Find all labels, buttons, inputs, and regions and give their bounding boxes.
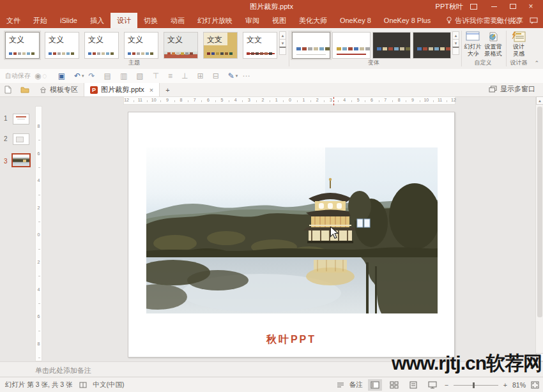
zoom-level[interactable]: 81% [512,381,526,389]
slide-2-thumbnail[interactable] [13,133,29,145]
theme-thumbnail[interactable]: 文义 [45,32,79,59]
notes-icon [337,382,344,389]
slide-sorter-view-button[interactable] [387,379,401,391]
undo-icon[interactable]: ↶ [74,72,80,80]
vertical-scrollbar[interactable]: ▴ ▾ [535,96,543,361]
share-button[interactable]: 共享 [509,16,523,26]
distribute-v-icon[interactable]: ⊟ [213,72,219,80]
autosave-label: 自动保存 [5,72,31,80]
collapse-ribbon-icon[interactable]: ⌃ [534,60,539,66]
account-name: PPT秋叶 [436,2,463,11]
slideshow-view-button[interactable] [425,379,440,391]
zoom-slider-handle[interactable] [473,382,475,388]
open-folder-icon[interactable] [16,83,34,96]
slide-canvas[interactable]: 秋叶PPT [128,112,455,358]
temple-photo-image[interactable] [146,147,438,313]
group-label-designer: 设计器 [500,59,538,67]
align-left-icon[interactable]: ▤ [104,72,111,80]
tab-animations[interactable]: 动画 [164,13,191,28]
tab-current-file[interactable]: P 图片裁剪.pptx × [84,83,160,96]
restore-button[interactable] [505,0,521,13]
redo-icon[interactable]: ↷ [89,72,95,80]
tab-transitions[interactable]: 切换 [137,13,164,28]
format-background-icon [487,31,500,42]
normal-view-button[interactable] [368,379,382,391]
ruler-horizontal[interactable]: 1211109876543210123456789101112 [123,96,455,105]
tab-review[interactable]: 审阅 [239,13,266,28]
language-label[interactable]: 中文(中国) [93,381,125,389]
align-middle-icon[interactable]: ≡ [168,72,172,80]
align-top-icon[interactable]: ⊤ [153,72,159,80]
theme-thumbnail[interactable]: 文义 [124,32,158,59]
design-ideas-button[interactable]: 设计 灵感 [509,31,529,57]
save-icon[interactable]: ▣ [58,72,65,80]
variant-thumbnail[interactable] [332,32,371,59]
group-label-customize: 自定义 [464,59,502,67]
tab-insert[interactable]: 插入 [84,13,111,28]
home-icon [40,86,47,93]
tab-template-zone[interactable]: 模板专区 [34,83,84,96]
group-label-variants: 变体 [345,59,402,67]
variant-thumbnail[interactable] [413,32,451,59]
menu-right-area: 共享 [495,13,538,28]
show-multi-window-button[interactable]: 显示多窗口 [489,84,535,94]
zoom-in-button[interactable]: + [503,381,507,389]
ruler-vertical[interactable]: 864202468 [35,106,42,361]
slide-1-thumbnail[interactable] [13,114,29,124]
slide-size-button[interactable]: 幻灯片 大小▾ [463,31,483,57]
gallery-more-icon[interactable] [279,47,286,55]
spellcheck-icon[interactable] [79,381,87,389]
slide-number: 1 [4,115,8,122]
ppt-file-icon: P [90,86,98,94]
tab-onekey8plus[interactable]: OneKey 8 Plus [378,13,437,28]
multi-window-icon [489,86,497,93]
align-center-icon[interactable]: ▥ [120,72,127,80]
scrollbar-thumb[interactable] [537,107,542,317]
gallery-more-icon[interactable] [452,47,459,55]
close-button[interactable]: × [523,0,539,13]
align-bottom-icon[interactable]: ⊥ [181,72,188,80]
slide-number: 2 [4,135,8,142]
tab-home[interactable]: 开始 [27,13,54,28]
tab-file[interactable]: 文件 [0,13,27,28]
zoom-out-button[interactable]: − [445,381,448,389]
tab-view[interactable]: 视图 [266,13,293,28]
tab-design[interactable]: 设计 [111,13,137,28]
format-painter-icon[interactable]: ✎ [228,72,234,80]
variant-thumbnail-current[interactable] [292,32,330,59]
reading-view-button[interactable] [406,379,420,391]
slide-size-icon [466,31,480,42]
slide-info: 幻灯片 第 3 张, 共 3 张 [5,381,73,389]
zoom-slider[interactable] [454,385,498,386]
qat-more-icon[interactable]: ⋯ [242,72,250,80]
notes-toggle-button[interactable]: 备注 [349,381,363,389]
theme-thumbnail[interactable]: 文义 [164,32,198,59]
title-bar: 图片裁剪.pptx PPT秋叶 × [0,0,543,13]
distribute-h-icon[interactable]: ⊞ [197,72,204,80]
variant-thumbnail[interactable] [372,32,411,59]
format-background-button[interactable]: 设置背 景格式 [483,31,503,57]
theme-thumbnail[interactable]: 文支 [203,32,238,59]
comments-icon[interactable] [530,17,538,24]
notes-placeholder[interactable]: 单击此处添加备注 [35,366,91,375]
scroll-up-icon[interactable]: ▴ [536,96,543,105]
align-right-icon[interactable]: ▧ [136,72,143,80]
sync-icon: ◌ [42,72,47,80]
slide-3-thumbnail[interactable] [11,153,31,167]
slide-caption[interactable]: 秋叶PPT [128,333,454,347]
variants-gallery-scroll: ▴ ▾ [452,32,459,55]
tab-islide[interactable]: iSlide [54,13,84,28]
theme-thumbnail[interactable]: 文文 [243,32,277,59]
tab-slideshow[interactable]: 幻灯片放映 [191,13,239,28]
new-tab-button[interactable]: + [160,83,175,96]
new-file-icon[interactable] [0,83,16,96]
close-tab-icon[interactable]: × [149,86,153,94]
tab-onekey8[interactable]: OneKey 8 [333,13,378,28]
autosave-toggle-icon[interactable]: ◉ [34,72,41,80]
minimize-button[interactable] [486,0,502,13]
ribbon-display-options-icon[interactable] [465,0,482,13]
theme-thumbnail-current[interactable]: 文义 [5,32,40,59]
fit-to-window-icon[interactable] [531,381,539,389]
tab-meihua[interactable]: 美化大师 [293,13,333,28]
theme-thumbnail[interactable]: 文义 [84,32,119,59]
